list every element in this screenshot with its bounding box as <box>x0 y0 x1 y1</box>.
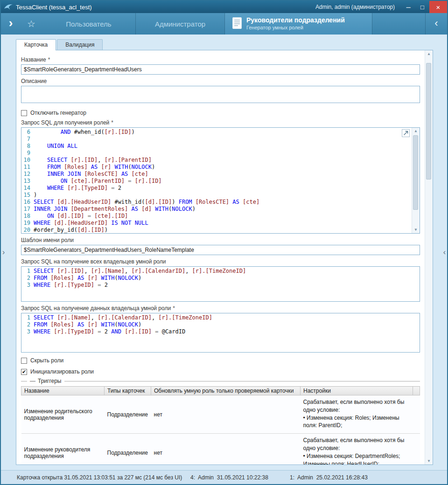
active-tab-title: Руководители подразделений <box>246 16 345 25</box>
editor-vertical-scrollbar[interactable]: ▲ ▼ <box>412 128 420 233</box>
scrollbar-thumb[interactable] <box>426 63 431 180</box>
sql-text[interactable]: 1SELECT [r].[Name], [r].[CalendarID], [r… <box>21 313 420 352</box>
line-number: 10 <box>21 157 34 164</box>
owners-sql-editor[interactable]: 1SELECT [r].[ID], [r].[Name], [r].[Calen… <box>21 266 420 302</box>
sql-line: 2FROM [Roles] AS [r] WITH(NOLOCK) <box>21 275 420 282</box>
window-title: TessaClient (tessa_acl_test) <box>16 4 92 11</box>
init-roles-label: Инициализировать роли <box>30 368 94 375</box>
collapse-group-icon[interactable]: — <box>30 378 35 384</box>
line-number: 16 <box>21 199 34 206</box>
left-panel-expander[interactable]: › <box>2 249 5 256</box>
sql-text[interactable]: 1SELECT [r].[ID], [r].[Name], [r].[Calen… <box>21 267 420 301</box>
status-created-info: 1: Admin 25.02.2021 16:28:43 <box>290 474 368 481</box>
sql-line: 6 AND #when_id([r].[ID]) <box>21 129 412 136</box>
scroll-down-icon[interactable]: ▼ <box>412 227 420 233</box>
nav-tab-admin[interactable]: Администратор <box>136 13 224 35</box>
right-panel-expander[interactable]: ‹ <box>443 249 446 256</box>
sql-code: FROM [Roles] AS [r] WITH(NOLOCK) <box>34 275 141 282</box>
sql-code: WHERE [d].[HeadUserID] IS NOT NULL <box>34 220 148 227</box>
sql-line: 8 UNION ALL <box>21 143 412 150</box>
active-tab-subtitle: Генератор умных ролей <box>246 25 345 31</box>
col-header-settings[interactable]: Настройки <box>301 387 413 395</box>
name-input[interactable] <box>21 64 420 75</box>
init-roles-row[interactable]: ✔ Инициализировать роли <box>21 368 420 375</box>
line-number: 17 <box>21 206 34 213</box>
sql-code: ON [cte].[ParentID] = [r].[ID] <box>34 178 162 185</box>
sql-line: 2FROM [Roles] AS [r] WITH(NOLOCK) <box>21 321 420 328</box>
titlebar: TessaClient (tessa_acl_test) Admin, admi… <box>1 1 447 13</box>
close-button[interactable]: × <box>429 1 447 13</box>
card-body: Название* Описание Отключить генератор З… <box>16 50 425 464</box>
sql-line: 17INNER JOIN [DepartmentRoles] AS [d] WI… <box>21 206 412 213</box>
sql-code: ON [d].[ID] = [cte].[ID] <box>34 213 128 220</box>
sql-code: WHERE [r].[TypeID] = 2 <box>34 185 121 192</box>
nav-forward-chevron-icon[interactable]: › <box>1 13 21 35</box>
sql-code: #order_by_id([d].[ID]) <box>34 227 108 233</box>
scrollbar-thumb[interactable] <box>413 135 418 210</box>
expand-arrow-icon <box>403 131 408 136</box>
sql-code: WHERE [r].[TypeID] = 2 <box>34 282 108 289</box>
disable-generator-label: Отключить генератор <box>30 110 86 116</box>
name-label: Название* <box>21 56 420 63</box>
sql-line: 14 WHERE [r].[TypeID] = 2 <box>21 185 412 192</box>
favorites-star-icon[interactable]: ☆ <box>21 13 42 35</box>
nav-tab-user[interactable]: Пользователь <box>42 13 135 35</box>
sql-line: 1SELECT [r].[ID], [r].[Name], [r].[Calen… <box>21 268 420 275</box>
status-open-info: Карточка открыта 31.05.2021 13:03:51 за … <box>17 474 190 481</box>
card-panel: Название* Описание Отключить генератор З… <box>16 50 433 465</box>
cell-trigger-name: Изменение руководителя подразделения <box>21 434 105 464</box>
sql-code: UNION ALL <box>34 143 77 150</box>
roles-sql-editor[interactable]: 6 AND #when_id([r].[ID])78 UNION ALL910 … <box>21 127 420 234</box>
triggers-table: Название Типы карточек Обновлять умную р… <box>21 386 420 464</box>
expand-editor-button[interactable] <box>402 129 410 137</box>
scroll-up-icon[interactable]: ▲ <box>412 128 420 134</box>
hide-roles-checkbox[interactable] <box>21 358 27 364</box>
scroll-up-icon[interactable]: ▲ <box>425 50 433 57</box>
sql-line: 13 ON [cte].[ParentID] = [r].[ID] <box>21 178 412 185</box>
owner-data-sql-editor[interactable]: 1SELECT [r].[Name], [r].[CalendarID], [r… <box>21 313 420 353</box>
sql-text[interactable]: 6 AND #when_id([r].[ID])78 UNION ALL910 … <box>21 128 412 233</box>
sql-line: 9 <box>21 150 412 157</box>
scroll-down-icon[interactable]: ▼ <box>425 457 433 464</box>
col-header-card-types[interactable]: Типы карточек <box>105 387 151 395</box>
tab-validation[interactable]: Валидация <box>57 39 103 50</box>
card-tab-strip: Карточка Валидация <box>16 39 447 50</box>
hide-roles-label: Скрыть роли <box>30 357 63 364</box>
line-number: 20 <box>21 227 34 233</box>
nav-tab-smart-role-generator[interactable]: Руководители подразделений Генератор умн… <box>225 13 372 35</box>
init-roles-checkbox[interactable]: ✔ <box>21 369 27 375</box>
col-header-name[interactable]: Название <box>21 387 105 395</box>
line-number: 2 <box>21 321 34 328</box>
line-number: 15 <box>21 192 34 199</box>
role-name-template-input[interactable] <box>21 245 420 255</box>
cell-settings: Срабатывает, если выполнено хотя бы одно… <box>301 434 413 464</box>
nav-collapse-chevron-icon[interactable]: ‹ <box>426 13 447 35</box>
line-number: 8 <box>21 143 34 150</box>
cell-update-only: нет <box>151 434 301 464</box>
line-number: 1 <box>21 268 34 275</box>
content-area: › ‹ Карточка Валидация Название* Описани… <box>1 35 447 470</box>
minimize-button[interactable]: ─ <box>401 1 415 13</box>
status-modified-info: 4: Admin 31.05.2021 10:22:38 <box>190 474 290 481</box>
disable-generator-checkbox[interactable] <box>21 110 27 116</box>
hide-roles-row[interactable]: Скрыть роли <box>21 357 420 364</box>
table-row[interactable]: Изменение родительского подразделенияПод… <box>21 395 420 434</box>
role-name-template-label: Шаблон имени роли <box>21 237 420 243</box>
sql-code: INNER JOIN [DepartmentRoles] AS [d] WITH… <box>34 206 196 213</box>
scrollbar-track[interactable] <box>412 134 420 227</box>
disable-generator-row[interactable]: Отключить генератор <box>21 110 420 116</box>
sql-code: ) <box>34 192 37 199</box>
sql-code: INNER JOIN [RolesCTE] AS [cte] <box>34 171 148 178</box>
description-input[interactable] <box>21 86 420 103</box>
table-row[interactable]: Изменение руководителя подразделенияПодр… <box>21 434 420 464</box>
line-number: 1 <box>21 314 34 321</box>
sql-line: 12 INNER JOIN [RolesCTE] AS [cte] <box>21 171 412 178</box>
owner-data-sql-label: Запрос SQL на получение данных владельца… <box>21 305 420 312</box>
line-number: 14 <box>21 185 34 192</box>
scrollbar-track[interactable] <box>425 57 433 457</box>
sql-code: SELECT [r].[Name], [r].[CalendarID], [r]… <box>34 314 212 321</box>
tab-card[interactable]: Карточка <box>16 39 56 50</box>
card-vertical-scrollbar[interactable]: ▲ ▼ <box>425 50 433 464</box>
maximize-button[interactable]: □ <box>415 1 429 13</box>
col-header-update-only[interactable]: Обновлять умную роль только проверяемой … <box>151 387 301 395</box>
